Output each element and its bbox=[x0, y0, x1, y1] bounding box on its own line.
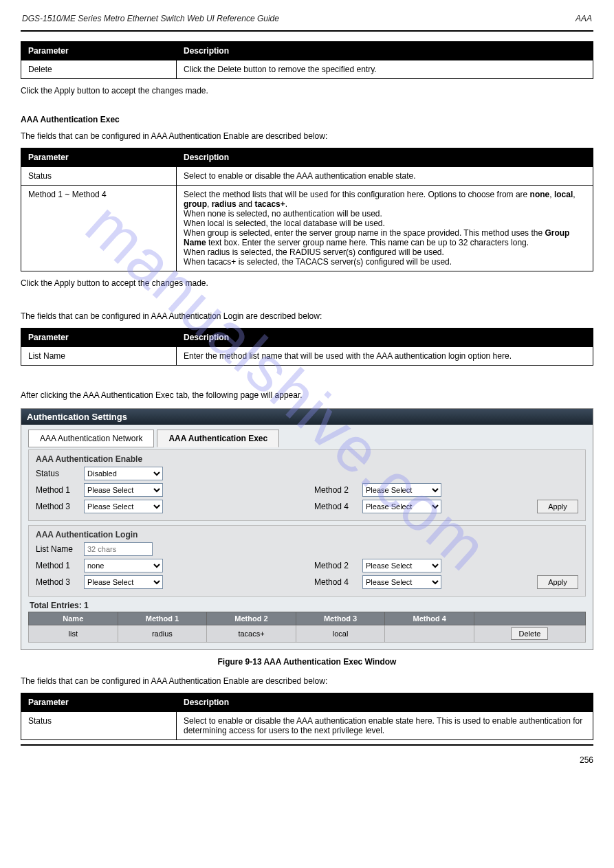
t2-h2: Description bbox=[177, 148, 593, 167]
login-method2-label: Method 2 bbox=[314, 561, 362, 570]
section2-title: AAA Authentication Exec bbox=[21, 115, 593, 124]
login-method3-label: Method 3 bbox=[36, 577, 84, 587]
t2-r2c2a: Select the method lists that will be use… bbox=[184, 190, 530, 199]
t2s5: . bbox=[285, 199, 287, 209]
status-select[interactable]: Disabled bbox=[84, 467, 163, 480]
dth-m3: Method 3 bbox=[296, 612, 385, 625]
t3-r1c1: List Name bbox=[21, 347, 177, 366]
section3-lead: The fields that can be configured in AAA… bbox=[21, 311, 593, 321]
divider-top bbox=[21, 30, 593, 32]
t2-r2c1: Method 1 ~ Method 4 bbox=[21, 186, 177, 271]
enable-method1-select[interactable]: Please Select bbox=[84, 483, 163, 497]
t3-r1c2: Enter the method list name that will be … bbox=[177, 347, 593, 366]
page-number: 256 bbox=[21, 755, 593, 765]
parameter-table-4: Parameter Description Status Select to e… bbox=[21, 693, 593, 740]
t2-none-desc: When none is selected, no authentication… bbox=[184, 209, 382, 219]
t2s2: , bbox=[573, 190, 575, 199]
t2-none: none bbox=[530, 190, 550, 199]
dth-m1: Method 1 bbox=[118, 612, 207, 625]
enable-method4-select[interactable]: Please Select bbox=[362, 500, 441, 513]
t2-r1c1: Status bbox=[21, 167, 177, 186]
t2s4: and bbox=[237, 199, 255, 209]
t2-local: local bbox=[554, 190, 573, 199]
after-table1-text: Click the Apply button to accept the cha… bbox=[21, 86, 593, 96]
t2-r2c2: Select the method lists that will be use… bbox=[177, 186, 593, 271]
t2-h1: Parameter bbox=[21, 148, 177, 167]
enable-method3-label: Method 3 bbox=[36, 502, 84, 511]
enable-method2-label: Method 2 bbox=[314, 485, 362, 495]
t4-h2: Description bbox=[177, 693, 593, 712]
t4-h1: Parameter bbox=[21, 693, 177, 712]
section3-lead-text: The fields that can be configured in AAA… bbox=[21, 311, 322, 321]
dtd-m4 bbox=[385, 625, 474, 643]
enable-method4-label: Method 4 bbox=[314, 502, 362, 511]
dtd-delete-cell: Delete bbox=[474, 625, 585, 643]
section2-lead: The fields that can be configured in AAA… bbox=[21, 131, 593, 141]
tab-authentication-network[interactable]: AAA Authentication Network bbox=[28, 430, 154, 447]
after-table3-span: After clicking the AAA Authentication Ex… bbox=[21, 390, 303, 400]
enable-apply-button[interactable]: Apply bbox=[537, 500, 578, 513]
figure-caption: Figure 9-13 AAA Authentication Exec Wind… bbox=[21, 657, 593, 667]
t1-r1c2-text: Click the Delete button to remove the sp… bbox=[184, 65, 377, 74]
section2-lead-text: The fields that can be configured in AAA… bbox=[21, 131, 327, 141]
listname-input[interactable] bbox=[84, 542, 153, 556]
enable-method2-select[interactable]: Please Select bbox=[362, 483, 441, 497]
header-left: DGS-1510/ME Series Metro Ethernet Switch… bbox=[22, 14, 279, 23]
fieldset-login-title: AAA Authentication Login bbox=[36, 530, 578, 539]
delete-button[interactable]: Delete bbox=[511, 627, 548, 640]
parameter-table-2: Parameter Description Status Select to e… bbox=[21, 148, 593, 271]
section4-lead: The fields that can be configured in AAA… bbox=[21, 676, 593, 686]
t2-tacacs: tacacs+ bbox=[254, 199, 285, 209]
header-line: DGS-1510/ME Series Metro Ethernet Switch… bbox=[21, 14, 593, 26]
dtd-m2: tacacs+ bbox=[207, 625, 296, 643]
t2-r1c2: Select to enable or disable the AAA auth… bbox=[177, 167, 593, 186]
divider-bottom bbox=[21, 744, 593, 746]
login-method1-label: Method 1 bbox=[36, 561, 84, 570]
enable-method3-select[interactable]: Please Select bbox=[84, 500, 163, 513]
fieldset-login: AAA Authentication Login List Name Metho… bbox=[28, 525, 586, 597]
dth-name: Name bbox=[29, 612, 118, 625]
login-method1-select[interactable]: none bbox=[84, 559, 163, 572]
login-method4-select[interactable]: Please Select bbox=[362, 575, 441, 589]
t2-tacacs-desc: When tacacs+ is selected, the TACACS ser… bbox=[184, 257, 452, 267]
parameter-table-1: Parameter Description Delete Click the D… bbox=[21, 41, 593, 79]
t4-r1c2: Select to enable or disable the AAA auth… bbox=[177, 712, 593, 740]
t1-r1c2: Click the Delete button to remove the sp… bbox=[177, 60, 593, 79]
login-method4-label: Method 4 bbox=[314, 577, 362, 587]
t2-group-a: When group is selected, enter the server… bbox=[184, 228, 545, 238]
total-entries: Total Entries: 1 bbox=[30, 601, 586, 610]
dth-m4: Method 4 bbox=[385, 612, 474, 625]
parameter-table-3: Parameter Description List Name Enter th… bbox=[21, 328, 593, 366]
dtd-m3: local bbox=[296, 625, 385, 643]
login-apply-button[interactable]: Apply bbox=[537, 575, 578, 589]
after-table2-text: Click the Apply button to accept the cha… bbox=[21, 278, 593, 288]
t3-h2: Description bbox=[177, 329, 593, 347]
screenshot-title-bar: Authentication Settings bbox=[21, 409, 593, 425]
screenshot-panel: Authentication Settings AAA Authenticati… bbox=[21, 408, 593, 650]
t4-r1c1: Status bbox=[21, 712, 177, 740]
dtd-m1: radius bbox=[118, 625, 207, 643]
section4-lead-text: The fields that can be configured in AAA… bbox=[21, 676, 327, 686]
entries-table: Name Method 1 Method 2 Method 3 Method 4… bbox=[28, 612, 586, 643]
listname-label: List Name bbox=[36, 544, 84, 554]
login-method3-select[interactable]: Please Select bbox=[84, 575, 163, 589]
tab-authentication-exec[interactable]: AAA Authentication Exec bbox=[157, 430, 279, 447]
dtd-name: list bbox=[29, 625, 118, 643]
t2-group-c: text box. Enter the server group name he… bbox=[206, 238, 529, 247]
dth-m2: Method 2 bbox=[207, 612, 296, 625]
t3-h1: Parameter bbox=[21, 329, 177, 347]
t2s3: , bbox=[207, 199, 212, 209]
tabs: AAA Authentication Network AAA Authentic… bbox=[28, 429, 586, 447]
dth-blank bbox=[474, 612, 585, 625]
enable-method1-label: Method 1 bbox=[36, 485, 84, 495]
fieldset-enable-title: AAA Authentication Enable bbox=[36, 454, 578, 464]
t1-h2: Description bbox=[177, 42, 593, 60]
t2s1: , bbox=[549, 190, 554, 199]
login-method2-select[interactable]: Please Select bbox=[362, 559, 441, 572]
t2-group: group bbox=[184, 199, 207, 209]
t2-radius-desc: When radius is selected, the RADIUS serv… bbox=[184, 247, 444, 257]
fieldset-enable: AAA Authentication Enable Status Disable… bbox=[28, 449, 586, 521]
t1-r1c1: Delete bbox=[21, 60, 177, 79]
t1-h1: Parameter bbox=[21, 42, 177, 60]
table-row: list radius tacacs+ local Delete bbox=[29, 625, 586, 643]
